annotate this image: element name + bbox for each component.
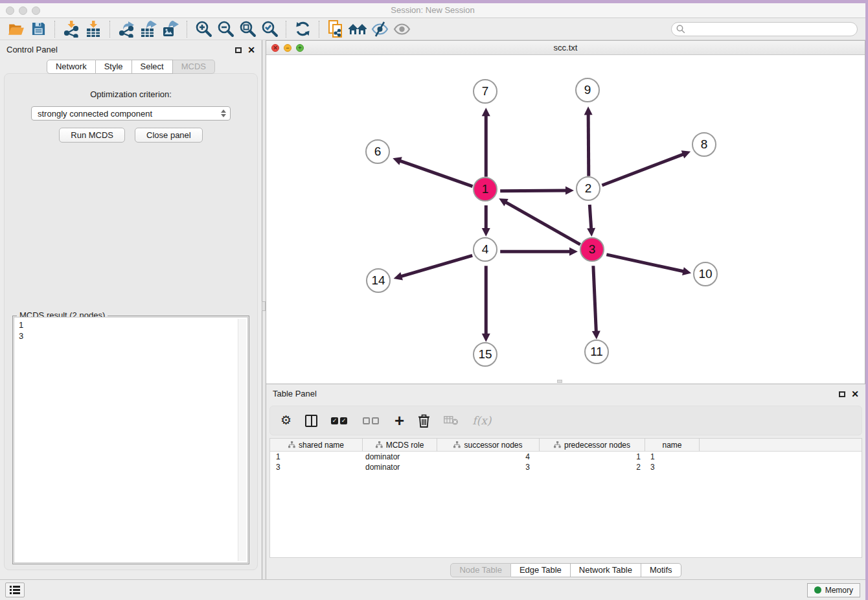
- search-box[interactable]: [671, 22, 858, 36]
- run-mcds-button[interactable]: Run MCDS: [59, 128, 125, 143]
- tab-network-table[interactable]: Network Table: [571, 563, 641, 577]
- cell-predecessor-nodes[interactable]: 1: [540, 452, 645, 461]
- import-table-button[interactable]: [82, 19, 104, 39]
- edge-3-11[interactable]: [593, 266, 597, 332]
- tab-mcds[interactable]: MCDS: [173, 60, 215, 74]
- minimize-network-button[interactable]: −: [284, 44, 291, 52]
- graph-node-14[interactable]: 14: [366, 268, 391, 293]
- import-network-button[interactable]: [60, 19, 82, 39]
- cell-shared-name[interactable]: 1: [270, 452, 363, 461]
- search-input[interactable]: [689, 23, 857, 35]
- divider-grip[interactable]: [262, 301, 266, 311]
- column-header-name[interactable]: name: [645, 439, 700, 451]
- mcds-result-textarea[interactable]: 1 3: [14, 317, 248, 563]
- graph-node-2[interactable]: 2: [576, 176, 600, 201]
- zoom-network-button[interactable]: +: [296, 44, 304, 52]
- edge-2-3[interactable]: [589, 205, 591, 230]
- refresh-button[interactable]: [291, 19, 314, 39]
- cell-mcds-role[interactable]: dominator: [363, 463, 437, 472]
- network-canvas[interactable]: 7968124314101511: [266, 55, 865, 384]
- tab-motifs[interactable]: Motifs: [641, 563, 681, 577]
- zoom-selected-button[interactable]: [258, 19, 280, 39]
- graph-node-4[interactable]: 4: [473, 237, 497, 262]
- cell-name[interactable]: 3: [645, 463, 700, 472]
- close-network-button[interactable]: ✕: [271, 44, 279, 52]
- duplicate-network-button[interactable]: [325, 19, 347, 39]
- cell-shared-name[interactable]: 3: [270, 463, 363, 472]
- arrowhead-icon: [482, 108, 490, 116]
- zoom-out-button[interactable]: [214, 19, 236, 39]
- tab-style[interactable]: Style: [96, 60, 132, 74]
- close-panel-icon[interactable]: ✕: [247, 47, 255, 53]
- tab-network[interactable]: Network: [47, 60, 96, 74]
- cell-successor-nodes[interactable]: 4: [437, 452, 540, 461]
- edge-2-9[interactable]: [588, 113, 589, 176]
- column-header-mcds-role[interactable]: MCDS role: [363, 439, 437, 451]
- split-divider[interactable]: [262, 40, 266, 579]
- edge-4-14[interactable]: [400, 255, 472, 277]
- edge-3-10[interactable]: [606, 255, 685, 271]
- graph-node-11[interactable]: 11: [584, 340, 609, 364]
- close-panel-button[interactable]: Close panel: [135, 128, 203, 143]
- split-pane-button[interactable]: [305, 415, 317, 427]
- zoom-in-icon: [195, 20, 212, 38]
- float-panel-icon[interactable]: [235, 47, 242, 53]
- graph-node-7[interactable]: 7: [473, 79, 497, 104]
- tab-node-table[interactable]: Node Table: [450, 563, 511, 577]
- edge-2-8[interactable]: [602, 154, 684, 185]
- edge-1-6[interactable]: [399, 161, 473, 187]
- graph-node-6[interactable]: 6: [365, 139, 390, 164]
- result-scrollbar[interactable]: [238, 319, 246, 561]
- hide-selected-button[interactable]: [369, 19, 391, 39]
- graph-node-9[interactable]: 9: [575, 78, 600, 102]
- tab-select[interactable]: Select: [132, 60, 173, 74]
- task-history-button[interactable]: [5, 583, 25, 597]
- cell-successor-nodes[interactable]: 3: [437, 463, 540, 472]
- table-settings-button[interactable]: ⚙: [280, 414, 291, 427]
- main-area: Control Panel ✕ Network Style Select MCD…: [0, 40, 865, 579]
- add-column-button[interactable]: +: [394, 414, 404, 427]
- houses-button[interactable]: [347, 19, 369, 39]
- tab-edge-table[interactable]: Edge Table: [511, 563, 571, 577]
- maximize-window-button[interactable]: [32, 6, 40, 15]
- select-all-button[interactable]: ✓✓: [331, 417, 349, 424]
- edge-3-1[interactable]: [505, 202, 580, 244]
- graph-node-8[interactable]: 8: [692, 132, 716, 157]
- tree-icon: [376, 441, 383, 448]
- show-all-button[interactable]: [391, 19, 413, 39]
- graph-node-15[interactable]: 15: [473, 342, 497, 367]
- table-row[interactable]: 3 dominator 3 2 3: [270, 462, 862, 472]
- zoom-fit-button[interactable]: [236, 19, 258, 39]
- graph-node-3[interactable]: 3: [580, 237, 604, 262]
- close-table-panel-icon[interactable]: ✕: [851, 391, 859, 397]
- open-session-button[interactable]: [5, 19, 27, 39]
- table-row[interactable]: 1 dominator 4 1 1: [270, 452, 862, 462]
- minimize-window-button[interactable]: [19, 6, 27, 15]
- export-image-button[interactable]: [159, 19, 181, 39]
- function-builder-button[interactable]: f(x): [472, 414, 491, 427]
- zoom-in-button[interactable]: [192, 19, 214, 39]
- canvas-hscroll-thumb[interactable]: [557, 380, 562, 383]
- delete-column-button[interactable]: [444, 416, 459, 425]
- deselect-all-button[interactable]: [363, 417, 381, 424]
- export-table-button[interactable]: [137, 19, 159, 39]
- cell-mcds-role[interactable]: dominator: [363, 452, 437, 461]
- cell-name[interactable]: 1: [645, 452, 700, 461]
- node-table[interactable]: shared name MCDS role successor nodes pr…: [269, 438, 862, 558]
- graph-node-1[interactable]: 1: [473, 177, 497, 202]
- export-network-button[interactable]: [115, 19, 137, 39]
- cell-predecessor-nodes[interactable]: 2: [540, 463, 645, 472]
- column-header-predecessor-nodes[interactable]: predecessor nodes: [540, 439, 645, 451]
- column-header-successor-nodes[interactable]: successor nodes: [437, 439, 540, 451]
- network-window-titlebar: ✕ − + scc.txt: [266, 41, 865, 55]
- float-table-panel-icon[interactable]: [839, 391, 845, 397]
- delete-button[interactable]: [418, 414, 430, 428]
- optimization-criterion-select[interactable]: strongly connected component: [31, 106, 231, 121]
- save-session-button[interactable]: [27, 19, 49, 39]
- graph-node-10[interactable]: 10: [693, 262, 718, 286]
- session-title: Session: New Session: [0, 3, 865, 17]
- column-header-shared-name[interactable]: shared name: [270, 439, 363, 451]
- edge-1-2[interactable]: [500, 190, 567, 191]
- close-window-button[interactable]: [6, 6, 14, 15]
- memory-button[interactable]: Memory: [807, 583, 860, 597]
